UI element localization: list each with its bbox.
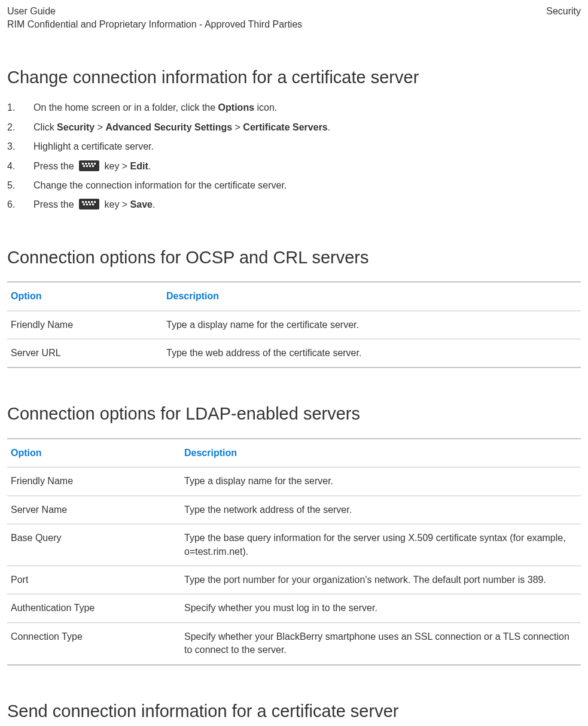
- table-ocsp-crl: Option Description Friendly Name Type a …: [7, 281, 581, 368]
- step-text: .: [148, 161, 151, 171]
- bold-cert-servers: Certificate Servers: [243, 122, 327, 132]
- cell-description: Type the web address of the certificate …: [163, 339, 581, 368]
- step-item: Press the key > Edit.: [7, 160, 581, 173]
- heading-change-connection: Change connection information for a cert…: [7, 65, 581, 90]
- step-text: >: [95, 122, 105, 132]
- steps-change-connection: On the home screen or in a folder, click…: [7, 101, 581, 211]
- blackberry-key-icon: [79, 199, 99, 209]
- step-text: key >: [102, 161, 130, 171]
- step-item: Press the key > Save.: [7, 198, 581, 211]
- cell-option: Friendly Name: [7, 311, 163, 339]
- cell-option: Base Query: [7, 524, 181, 566]
- header-section: Security: [546, 5, 581, 32]
- step-text: Press the: [33, 199, 77, 209]
- table-row: Base Query Type the base query informati…: [7, 524, 581, 566]
- table-row: Authentication Type Specify whether you …: [7, 594, 581, 622]
- step-text: icon.: [254, 102, 277, 113]
- header-left: User Guide RIM Confidential and Propriet…: [7, 5, 302, 32]
- table-header-description: Description: [163, 282, 581, 311]
- cell-option: Server Name: [7, 496, 181, 524]
- step-text: Click: [33, 122, 57, 132]
- table-ldap: Option Description Friendly Name Type a …: [7, 438, 581, 666]
- cell-option: Connection Type: [7, 622, 181, 664]
- table-row: Server Name Type the network address of …: [7, 496, 581, 524]
- step-item: Highlight a certificate server.: [7, 140, 581, 153]
- cell-description: Type the port number for your organizati…: [181, 566, 581, 594]
- step-text: Press the: [33, 161, 77, 171]
- table-header-description: Description: [181, 439, 581, 467]
- page-header: User Guide RIM Confidential and Propriet…: [7, 5, 581, 32]
- blackberry-key-icon: [79, 160, 99, 171]
- bold-edit: Edit: [130, 161, 148, 171]
- cell-option: Server URL: [7, 339, 163, 368]
- heading-ldap: Connection options for LDAP-enabled serv…: [7, 402, 581, 426]
- cell-description: Type a display name for the certificate …: [163, 311, 581, 339]
- table-row: Port Type the port number for your organ…: [7, 566, 581, 594]
- bold-options: Options: [218, 102, 254, 113]
- cell-description: Type the base query information for the …: [181, 524, 581, 566]
- step-text: .: [328, 122, 330, 132]
- step-text: On the home screen or in a folder, click…: [33, 102, 218, 113]
- heading-ocsp-crl: Connection options for OCSP and CRL serv…: [7, 245, 581, 270]
- step-item: Change the connection information for th…: [7, 179, 581, 192]
- bold-security: Security: [57, 122, 95, 132]
- cell-description: Specify whether your BlackBerry smartpho…: [181, 622, 581, 664]
- cell-description: Type the network address of the server.: [181, 496, 581, 524]
- step-text: .: [153, 199, 155, 209]
- step-text: key >: [102, 199, 130, 209]
- table-header-option: Option: [7, 282, 163, 311]
- cell-option: Port: [7, 566, 181, 594]
- step-text: >: [232, 122, 243, 132]
- bold-save: Save: [130, 199, 153, 209]
- table-row: Connection Type Specify whether your Bla…: [7, 622, 581, 664]
- cell-option: Friendly Name: [7, 467, 181, 496]
- header-guide: User Guide: [7, 5, 302, 18]
- table-row: Server URL Type the web address of the c…: [7, 339, 581, 368]
- table-row: Friendly Name Type a display name for th…: [7, 311, 581, 339]
- header-confidential: RIM Confidential and Proprietary Informa…: [7, 18, 302, 31]
- step-item: Click Security > Advanced Security Setti…: [7, 121, 581, 134]
- cell-description: Specify whether you must log in to the s…: [181, 594, 581, 622]
- table-row: Friendly Name Type a display name for th…: [7, 467, 581, 496]
- cell-description: Type a display name for the server.: [181, 467, 581, 496]
- table-header-option: Option: [7, 439, 181, 467]
- cell-option: Authentication Type: [7, 594, 181, 622]
- bold-advanced: Advanced Security Settings: [105, 122, 232, 132]
- heading-send-connection: Send connection information for a certif…: [7, 699, 581, 724]
- step-item: On the home screen or in a folder, click…: [7, 101, 581, 114]
